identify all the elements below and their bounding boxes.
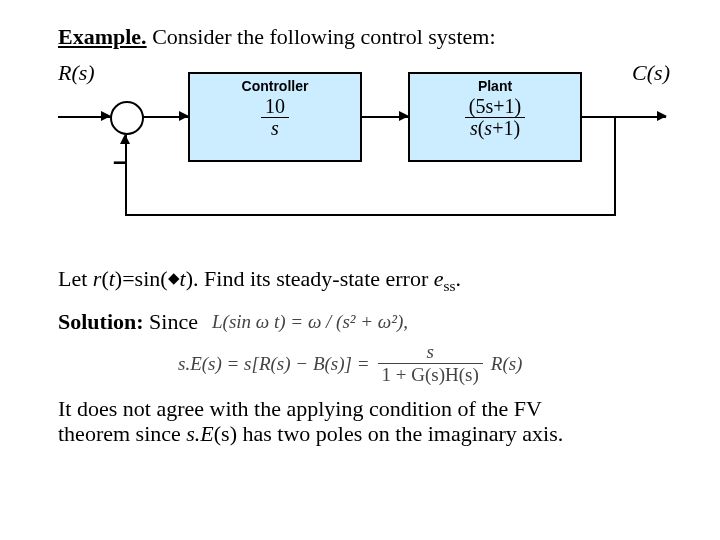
arrow-output — [580, 116, 666, 118]
arrow-input — [58, 116, 110, 118]
block-diagram: R(s) C(s) – Controller 10 s Plant — [58, 60, 670, 260]
plant-tf: (5s+1) s(s+1) — [465, 96, 525, 139]
plant-block: Plant (5s+1) s(s+1) — [408, 72, 582, 162]
problem-statement: Let r(t)=sin(◆t). Find its steady-state … — [58, 266, 670, 295]
feedback-down — [614, 116, 616, 216]
summing-junction — [110, 101, 144, 135]
title-rest: Consider the following control system: — [147, 24, 496, 49]
title-bold: Example. — [58, 24, 147, 49]
controller-label: Controller — [190, 74, 360, 94]
conclusion: It does not agree with the applying cond… — [58, 396, 670, 447]
arrow-to-plant — [360, 116, 408, 118]
output-label: C(s) — [632, 60, 670, 86]
controller-block: Controller 10 s — [188, 72, 362, 162]
error-eq: s.E(s) = s[R(s) − B(s)] = s 1 + G(s)H(s)… — [178, 341, 670, 386]
title: Example. Consider the following control … — [58, 24, 670, 50]
arrow-to-controller — [142, 116, 188, 118]
laplace-eq: L(sin ω t) = ω / (s² + ω²), — [212, 311, 408, 333]
solution-row: Solution: Since L(sin ω t) = ω / (s² + ω… — [58, 309, 670, 335]
controller-tf: 10 s — [261, 96, 289, 139]
feedback-up — [125, 135, 127, 216]
feedback-horiz — [125, 214, 616, 216]
plant-label: Plant — [410, 74, 580, 94]
input-label: R(s) — [58, 60, 95, 86]
